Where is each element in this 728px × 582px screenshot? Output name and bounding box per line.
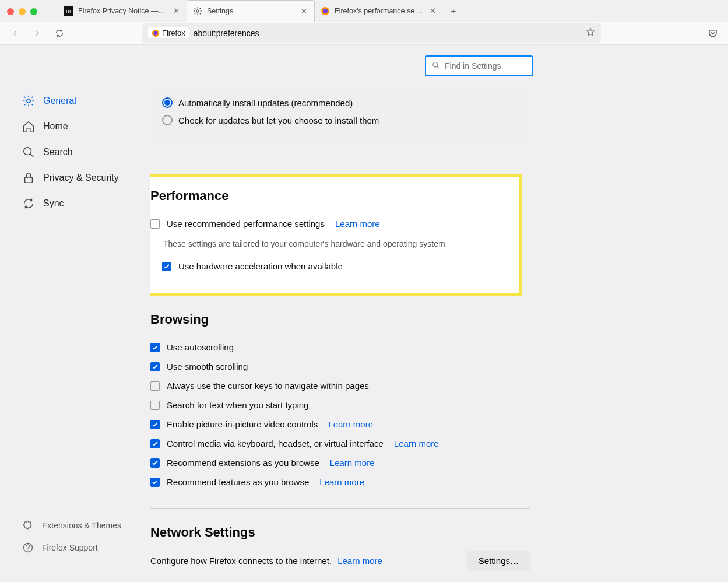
checkbox-label: Use hardware acceleration when available (178, 261, 343, 271)
sidebar-item-privacy[interactable]: Privacy & Security (16, 165, 139, 191)
gear-icon (22, 94, 35, 107)
checkbox-checked-icon (150, 420, 160, 429)
settings-content: Automatically install updates (recommend… (150, 45, 716, 582)
checkbox-unchecked-icon (150, 219, 160, 229)
browsing-title: Browsing (150, 312, 530, 327)
checkbox-label: Use recommended performance settings (167, 219, 325, 229)
browsing-checkbox-row[interactable]: Use smooth scrolling (150, 357, 530, 376)
browsing-checkbox-row[interactable]: Recommend features as you browseLearn mo… (150, 472, 530, 492)
browsing-checkbox-row[interactable]: Use autoscrolling (150, 338, 530, 357)
checkbox-checked-icon (162, 262, 171, 271)
tab-settings[interactable]: Settings ✕ (187, 0, 315, 22)
url-bar[interactable]: Firefox about:preferences (142, 23, 601, 43)
browsing-checkbox-row[interactable]: Always use the cursor keys to navigate w… (150, 376, 530, 395)
sidebar-label: Privacy & Security (43, 173, 119, 183)
url-text: about:preferences (194, 29, 581, 38)
pocket-icon[interactable] (704, 24, 722, 43)
sidebar-bottom-links: Extensions & Themes Firefox Support (22, 514, 121, 559)
svg-point-2 (196, 10, 199, 12)
close-window-button[interactable] (7, 8, 14, 15)
network-settings-button[interactable]: Settings… (467, 551, 530, 571)
reload-button[interactable] (50, 24, 69, 43)
sidebar-item-search[interactable]: Search (16, 139, 139, 165)
url-badge-text: Firefox (162, 29, 185, 37)
window-controls (7, 8, 37, 15)
help-icon (22, 542, 34, 553)
checkbox-label: Control media via keyboard, headset, or … (167, 439, 384, 448)
tab-bar: m Firefox Privacy Notice — Mozilla ✕ Set… (0, 0, 728, 22)
mozilla-favicon: m (64, 6, 73, 16)
learn-more-link[interactable]: Learn more (330, 458, 375, 468)
new-tab-button[interactable]: + (443, 0, 464, 22)
sidebar-label: Search (43, 147, 73, 157)
search-icon (22, 146, 35, 159)
perf-recommended-checkbox-row[interactable]: Use recommended performance settings Lea… (150, 214, 505, 233)
learn-more-link[interactable]: Learn more (394, 439, 439, 448)
bookmark-star-icon[interactable] (586, 27, 595, 38)
network-desc: Configure how Firefox connects to the in… (150, 556, 332, 566)
minimize-window-button[interactable] (19, 8, 26, 15)
sidebar-item-sync[interactable]: Sync (16, 191, 139, 216)
checkbox-checked-icon (150, 458, 160, 468)
sidebar-item-home[interactable]: Home (16, 114, 139, 139)
browsing-checkbox-row[interactable]: Search for text when you start typing (150, 395, 530, 415)
sidebar-label: Sync (43, 198, 64, 209)
updates-section: Automatically install updates (recommend… (150, 85, 530, 143)
learn-more-link[interactable]: Learn more (337, 556, 382, 566)
checkbox-label: Use smooth scrolling (167, 362, 248, 371)
tab-privacy-notice[interactable]: m Firefox Privacy Notice — Mozilla ✕ (58, 0, 187, 22)
svg-rect-10 (25, 177, 33, 183)
network-section: Network Settings Configure how Firefox c… (150, 525, 530, 571)
browsing-checkbox-row[interactable]: Control media via keyboard, headset, or … (150, 434, 530, 453)
tab-label: Firefox Privacy Notice — Mozilla (78, 7, 167, 15)
lock-icon (22, 171, 35, 184)
radio-unchecked-icon (162, 115, 173, 125)
firefox-favicon (321, 6, 330, 16)
svg-point-4 (323, 9, 328, 13)
radio-auto-updates[interactable]: Automatically install updates (recommend… (162, 94, 519, 111)
forward-button[interactable] (28, 24, 47, 43)
puzzle-icon (22, 520, 34, 531)
close-tab-icon[interactable]: ✕ (299, 6, 308, 16)
svg-point-6 (154, 31, 158, 35)
tab-performance-help[interactable]: Firefox's performance settings ✕ (315, 0, 443, 22)
radio-label: Automatically install updates (recommend… (178, 98, 353, 108)
sync-icon (22, 197, 35, 210)
back-button[interactable] (6, 24, 24, 43)
close-tab-icon[interactable]: ✕ (171, 6, 181, 16)
svg-point-9 (24, 148, 31, 155)
tab-label: Settings (207, 7, 294, 15)
maximize-window-button[interactable] (30, 8, 37, 15)
sidebar-bottom-label: Firefox Support (42, 543, 98, 552)
checkbox-label: Search for text when you start typing (167, 400, 308, 410)
checkbox-checked-icon (150, 362, 160, 371)
settings-sidebar: General Home Search Privacy & Security S… (16, 88, 139, 216)
sidebar-label: General (43, 96, 76, 106)
browsing-checkbox-row[interactable]: Recommend extensions as you browseLearn … (150, 453, 530, 472)
sidebar-item-general[interactable]: General (16, 88, 139, 114)
svg-point-8 (27, 99, 30, 103)
checkbox-label: Use autoscrolling (167, 342, 234, 352)
checkbox-label: Recommend features as you browse (167, 477, 309, 487)
section-divider (150, 508, 530, 509)
sidebar-extensions-themes[interactable]: Extensions & Themes (22, 514, 121, 537)
tab-label: Firefox's performance settings (335, 7, 423, 15)
learn-more-link[interactable]: Learn more (335, 219, 380, 229)
checkbox-unchecked-icon (150, 401, 160, 410)
learn-more-link[interactable]: Learn more (319, 477, 364, 487)
browsing-section: Browsing Use autoscrollingUse smooth scr… (150, 312, 530, 492)
perf-hwaccel-checkbox-row[interactable]: Use hardware acceleration when available (162, 257, 505, 276)
gear-icon (193, 6, 202, 16)
perf-hint-text: These settings are tailored to your comp… (163, 239, 505, 248)
network-title: Network Settings (150, 525, 530, 540)
radio-checked-icon (162, 97, 173, 108)
performance-section: Performance Use recommended performance … (150, 176, 521, 294)
browsing-checkbox-row[interactable]: Enable picture-in-picture video controls… (150, 415, 530, 434)
url-identity-badge[interactable]: Firefox (148, 27, 189, 38)
close-tab-icon[interactable]: ✕ (428, 6, 437, 16)
sidebar-firefox-support[interactable]: Firefox Support (22, 537, 121, 559)
checkbox-unchecked-icon (150, 381, 160, 391)
learn-more-link[interactable]: Learn more (328, 419, 373, 429)
checkbox-checked-icon (150, 478, 160, 487)
radio-check-updates[interactable]: Check for updates but let you choose to … (162, 111, 519, 129)
